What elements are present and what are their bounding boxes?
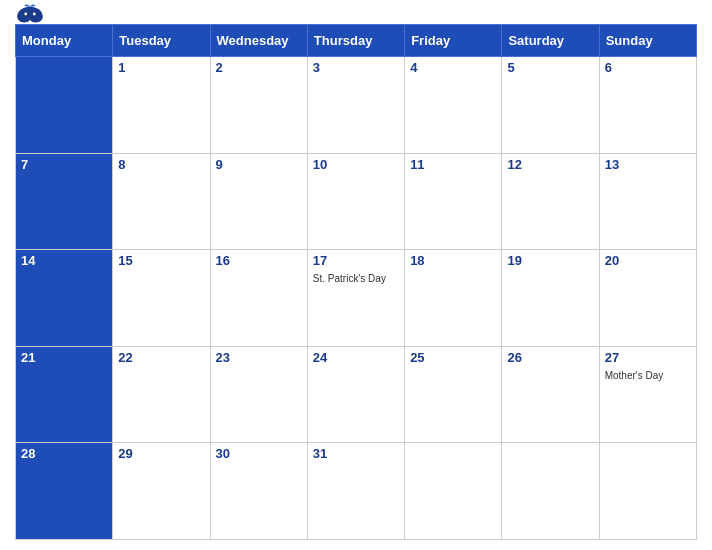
day-number: 2 bbox=[216, 60, 302, 75]
weekday-header-sunday: Sunday bbox=[599, 25, 696, 57]
day-number: 27 bbox=[605, 350, 691, 365]
day-cell: 15 bbox=[113, 250, 210, 347]
day-cell: 14 bbox=[16, 250, 113, 347]
calendar-header bbox=[15, 10, 697, 18]
day-cell: 24 bbox=[307, 346, 404, 443]
weekday-header-wednesday: Wednesday bbox=[210, 25, 307, 57]
day-number: 7 bbox=[21, 157, 107, 172]
day-number: 25 bbox=[410, 350, 496, 365]
weekday-header-friday: Friday bbox=[405, 25, 502, 57]
day-cell: 8 bbox=[113, 153, 210, 250]
holiday-label: Mother's Day bbox=[605, 370, 664, 381]
weekday-header-thursday: Thursday bbox=[307, 25, 404, 57]
day-number: 16 bbox=[216, 253, 302, 268]
day-number: 20 bbox=[605, 253, 691, 268]
day-cell: 30 bbox=[210, 443, 307, 540]
weekday-header-row: MondayTuesdayWednesdayThursdayFridaySatu… bbox=[16, 25, 697, 57]
day-number: 6 bbox=[605, 60, 691, 75]
day-cell bbox=[502, 443, 599, 540]
day-number: 21 bbox=[21, 350, 107, 365]
day-number: 24 bbox=[313, 350, 399, 365]
svg-point-1 bbox=[33, 13, 36, 16]
svg-point-0 bbox=[24, 13, 27, 16]
weekday-header-monday: Monday bbox=[16, 25, 113, 57]
day-cell: 13 bbox=[599, 153, 696, 250]
week-row-5: 28293031 bbox=[16, 443, 697, 540]
day-number: 23 bbox=[216, 350, 302, 365]
day-cell: 5 bbox=[502, 57, 599, 154]
day-cell: 22 bbox=[113, 346, 210, 443]
day-cell: 10 bbox=[307, 153, 404, 250]
day-cell: 16 bbox=[210, 250, 307, 347]
day-number: 19 bbox=[507, 253, 593, 268]
day-cell: 1 bbox=[113, 57, 210, 154]
day-cell: 25 bbox=[405, 346, 502, 443]
day-cell bbox=[405, 443, 502, 540]
day-cell: 6 bbox=[599, 57, 696, 154]
calendar-page: MondayTuesdayWednesdayThursdayFridaySatu… bbox=[0, 0, 712, 550]
day-cell: 9 bbox=[210, 153, 307, 250]
day-number: 4 bbox=[410, 60, 496, 75]
day-number: 17 bbox=[313, 253, 399, 268]
logo bbox=[15, 4, 45, 24]
day-number: 14 bbox=[21, 253, 107, 268]
week-row-2: 78910111213 bbox=[16, 153, 697, 250]
day-cell: 17St. Patrick's Day bbox=[307, 250, 404, 347]
day-cell: 3 bbox=[307, 57, 404, 154]
day-number: 3 bbox=[313, 60, 399, 75]
weekday-header-saturday: Saturday bbox=[502, 25, 599, 57]
day-number: 31 bbox=[313, 446, 399, 461]
day-number: 9 bbox=[216, 157, 302, 172]
day-cell: 26 bbox=[502, 346, 599, 443]
day-number: 1 bbox=[118, 60, 204, 75]
day-cell: 31 bbox=[307, 443, 404, 540]
day-number: 29 bbox=[118, 446, 204, 461]
week-row-4: 21222324252627Mother's Day bbox=[16, 346, 697, 443]
day-cell: 7 bbox=[16, 153, 113, 250]
day-cell bbox=[16, 57, 113, 154]
day-cell: 27Mother's Day bbox=[599, 346, 696, 443]
week-row-3: 14151617St. Patrick's Day181920 bbox=[16, 250, 697, 347]
day-cell: 28 bbox=[16, 443, 113, 540]
day-number: 22 bbox=[118, 350, 204, 365]
day-cell: 21 bbox=[16, 346, 113, 443]
weekday-header-tuesday: Tuesday bbox=[113, 25, 210, 57]
day-number: 28 bbox=[21, 446, 107, 461]
holiday-label: St. Patrick's Day bbox=[313, 273, 386, 284]
week-row-1: 123456 bbox=[16, 57, 697, 154]
day-number: 11 bbox=[410, 157, 496, 172]
day-number: 5 bbox=[507, 60, 593, 75]
day-cell: 19 bbox=[502, 250, 599, 347]
day-number: 26 bbox=[507, 350, 593, 365]
day-number: 15 bbox=[118, 253, 204, 268]
day-number: 12 bbox=[507, 157, 593, 172]
day-cell bbox=[599, 443, 696, 540]
day-cell: 11 bbox=[405, 153, 502, 250]
day-cell: 4 bbox=[405, 57, 502, 154]
day-number: 18 bbox=[410, 253, 496, 268]
day-cell: 29 bbox=[113, 443, 210, 540]
day-cell: 2 bbox=[210, 57, 307, 154]
day-number: 10 bbox=[313, 157, 399, 172]
day-cell: 23 bbox=[210, 346, 307, 443]
day-cell: 20 bbox=[599, 250, 696, 347]
day-number: 13 bbox=[605, 157, 691, 172]
day-number: 8 bbox=[118, 157, 204, 172]
day-cell: 12 bbox=[502, 153, 599, 250]
calendar-table: MondayTuesdayWednesdayThursdayFridaySatu… bbox=[15, 24, 697, 540]
day-cell: 18 bbox=[405, 250, 502, 347]
day-number: 30 bbox=[216, 446, 302, 461]
